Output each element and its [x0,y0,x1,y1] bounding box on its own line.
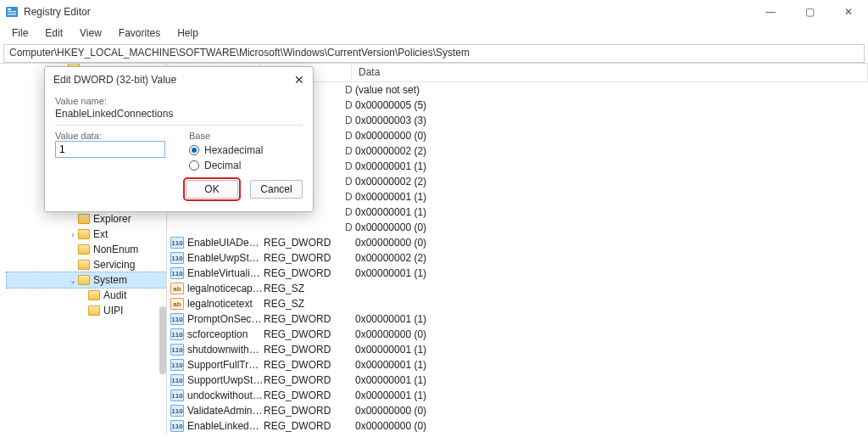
binary-value-icon: 110 [170,405,184,417]
tree-item[interactable]: Servicing [7,257,167,272]
binary-value-icon: 110 [170,313,184,325]
radio-decimal[interactable]: Decimal [189,160,263,171]
dialog-close-button[interactable]: ✕ [294,73,304,87]
minimize-button[interactable]: — [751,0,790,24]
binary-value-icon: 110 [170,389,184,401]
registry-row[interactable]: 110EnableUwpStart...REG_DWORD0x00000002 … [167,250,868,266]
row-name: EnableVirtualizat... [187,267,264,279]
radio-dot-icon [189,160,199,171]
row-type: REG_DWORD [264,420,355,432]
row-type: REG_DWORD [264,374,355,386]
row-name: undockwithoutlo... [187,389,264,401]
registry-row[interactable]: 110EnableUIADeskt...REG_DWORD0x00000000 … [167,235,868,250]
row-data: 0x00000001 (1) [355,313,868,325]
value-data-input[interactable] [55,141,165,158]
registry-row[interactable]: 110SupportUwpStar...REG_DWORD0x00000001 … [167,373,868,388]
row-type: REG_DWORD [264,328,355,340]
cancel-button[interactable]: Cancel [250,180,303,199]
tree-item[interactable]: ⌄System [7,272,167,288]
maximize-button[interactable]: ▢ [790,0,829,24]
svg-rect-2 [8,11,16,13]
row-data: 0x00000000 (0) [355,405,868,417]
value-name-label: Value name: [55,96,303,106]
row-name: scforceoption [187,328,264,340]
row-data: (value not set) [355,84,868,96]
string-value-icon: ab [170,283,184,294]
row-data: 0x00000000 (0) [355,420,868,432]
svg-rect-3 [8,14,16,15]
binary-value-icon: 110 [170,344,184,356]
ok-button[interactable]: OK [186,180,238,199]
row-data: 0x00000001 (1) [355,160,868,172]
folder-icon [78,260,90,270]
radio-hexadecimal[interactable]: Hexadecimal [189,144,263,156]
svg-rect-1 [8,8,11,10]
row-type: REG_DWORD [264,267,355,279]
row-data: 0x00000000 (0) [355,130,868,142]
row-data: 0x00000001 (1) [355,267,868,279]
menu-edit[interactable]: Edit [38,25,70,41]
registry-row[interactable]: ablegalnoticecapti...REG_SZ [167,281,868,296]
registry-row[interactable]: 110SupportFullTrust...REG_DWORD0x0000000… [167,357,868,373]
binary-value-icon: 110 [170,328,184,340]
binary-value-icon: 110 [170,420,184,432]
row-data: 0x00000000 (0) [355,237,868,249]
menu-view[interactable]: View [73,25,108,41]
menu-file[interactable]: File [5,25,35,41]
row-name: shutdownwithou... [187,344,264,356]
row-name: PromptOnSecure... [187,313,264,325]
row-data: 0x00000005 (5) [355,99,868,111]
row-data: 0x00000001 (1) [355,374,868,386]
row-data: 0x00000001 (1) [355,191,868,203]
radio-dec-label: Decimal [204,160,241,171]
row-data: 0x00000003 (3) [355,115,868,126]
tree-scrollbar[interactable] [159,306,166,374]
radio-hex-label: Hexadecimal [204,144,263,156]
dialog-title: Edit DWORD (32-bit) Value [53,74,176,86]
close-window-button[interactable]: ✕ [829,0,868,24]
registry-row[interactable]: 110shutdownwithou...REG_DWORD0x00000001 … [167,342,868,357]
registry-row[interactable]: 110D0x00000000 (0) [167,220,868,235]
registry-row[interactable]: 110EnableVirtualizat...REG_DWORD0x000000… [167,266,868,281]
registry-row[interactable]: 110EnableLinkedCo...REG_DWORD0x00000000 … [167,418,868,434]
binary-value-icon: 110 [170,359,184,371]
row-name: EnableUIADeskt... [187,237,264,249]
tree-item[interactable]: Audit [7,288,167,303]
folder-icon [78,229,90,239]
registry-row[interactable]: ablegalnoticetextREG_SZ [167,296,868,311]
tree-item[interactable]: ›Ext [7,227,167,242]
tree-item[interactable]: UIPI [7,303,167,318]
registry-row[interactable]: 110undockwithoutlo...REG_DWORD0x00000001… [167,388,868,403]
registry-row[interactable]: 110ValidateAdminC...REG_DWORD0x00000000 … [167,403,868,418]
row-type: REG_DWORD [264,344,355,356]
tree-item[interactable]: Explorer [7,211,167,227]
row-name: SupportUwpStar... [187,374,264,386]
registry-row[interactable]: 110scforceoptionREG_DWORD0x00000000 (0) [167,327,868,342]
binary-value-icon: 110 [170,267,184,279]
row-data: 0x00000000 (0) [355,221,868,233]
row-data: 0x00000001 (1) [355,344,868,356]
row-name: ValidateAdminC... [187,405,264,417]
menu-favorites[interactable]: Favorites [112,25,167,41]
row-type: D [264,221,355,233]
folder-icon [78,214,90,224]
chevron-down-icon[interactable]: ⌄ [68,276,78,285]
tree-item-label: NonEnum [93,244,138,255]
col-data-header[interactable]: Data [352,64,868,81]
menu-help[interactable]: Help [170,25,205,41]
row-name: EnableUwpStart... [187,252,264,264]
row-type: REG_DWORD [264,405,355,417]
folder-icon [78,244,90,255]
tree-item-label: Audit [103,289,126,301]
binary-value-icon: 110 [170,252,184,264]
row-data: 0x00000001 (1) [355,206,868,218]
row-type: REG_DWORD [264,359,355,371]
tree-item-label: UIPI [103,305,123,317]
tree-item[interactable]: NonEnum [7,242,167,257]
address-bar[interactable]: Computer\HKEY_LOCAL_MACHINE\SOFTWARE\Mic… [3,44,865,63]
registry-row[interactable]: 110PromptOnSecure...REG_DWORD0x00000001 … [167,311,868,327]
binary-value-icon: 110 [170,237,184,249]
row-data: 0x00000001 (1) [355,389,868,401]
row-type: REG_SZ [264,283,355,294]
chevron-right-icon[interactable]: › [68,230,78,239]
